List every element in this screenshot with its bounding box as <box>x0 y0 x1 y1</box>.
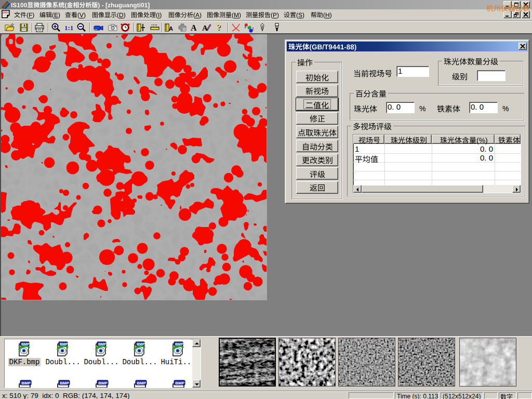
svg-text:A: A <box>191 23 197 32</box>
svg-text:2: 2 <box>247 23 249 27</box>
svg-text:BMP: BMP <box>60 381 69 385</box>
svg-text:BMP: BMP <box>21 381 31 385</box>
svg-text:1:1: 1:1 <box>64 24 73 32</box>
svg-text:A: A <box>202 24 208 32</box>
svg-text:3: 3 <box>252 27 254 31</box>
svg-text:DOC: DOC <box>3 11 10 14</box>
svg-text:BMP: BMP <box>175 381 184 385</box>
svg-text:?: ? <box>217 23 221 32</box>
svg-text:BMP: BMP <box>98 381 108 385</box>
svg-text:1: 1 <box>244 25 246 29</box>
svg-text:A: A <box>169 25 173 32</box>
svg-text:BMP: BMP <box>137 381 146 385</box>
